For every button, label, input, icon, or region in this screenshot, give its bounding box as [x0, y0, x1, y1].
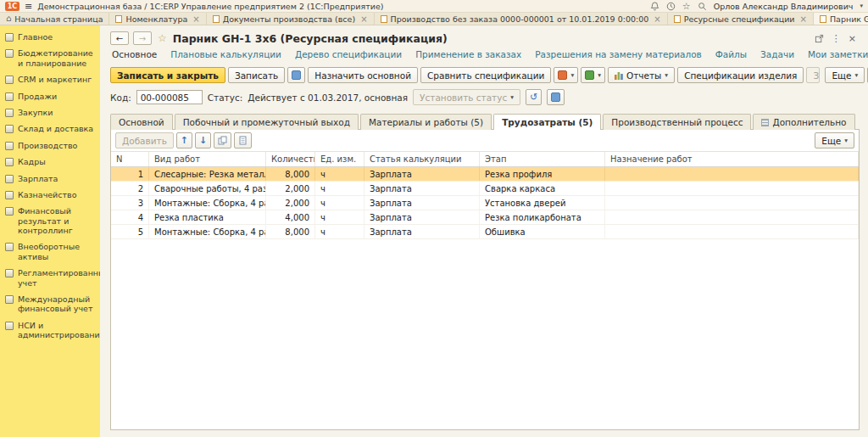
- sidebar-item[interactable]: Продажи: [0, 88, 100, 104]
- cell-n[interactable]: 3: [111, 196, 149, 210]
- reports-button[interactable]: Отчеты▾: [608, 67, 675, 83]
- nav-link[interactable]: Применение в заказах: [415, 49, 521, 59]
- cell-qty[interactable]: 2,000: [266, 182, 315, 195]
- cell-work[interactable]: Резка пластика: [149, 210, 266, 224]
- sidebar-item[interactable]: Внеоборотные активы: [0, 238, 100, 265]
- cell-stage[interactable]: Обшивка: [480, 225, 605, 238]
- table-row[interactable]: 2Сварочные работы, 4 разряд2,000чЗарплат…: [111, 182, 859, 196]
- cell-n[interactable]: 2: [111, 182, 149, 195]
- sidebar-item[interactable]: Зарплата: [0, 171, 100, 187]
- sidebar-item[interactable]: Регламентированный учет: [0, 265, 100, 291]
- cell-purpose[interactable]: [605, 182, 859, 195]
- cell-n[interactable]: 1: [111, 167, 149, 181]
- sidebar-item[interactable]: НСИ и администрирование: [0, 317, 100, 344]
- sidebar-item[interactable]: Производство: [0, 137, 100, 154]
- close-form-icon[interactable]: ×: [849, 34, 856, 43]
- move-down-button[interactable]: ↓: [195, 132, 211, 148]
- cell-purpose[interactable]: [605, 196, 859, 210]
- favorites-star-icon[interactable]: ☆: [682, 2, 691, 11]
- table-row[interactable]: 4Резка пластика4,000чЗарплатаРезка полик…: [111, 210, 859, 225]
- cell-work[interactable]: Сварочные работы, 4 разряд: [149, 182, 266, 195]
- more-button[interactable]: Еще▾: [825, 67, 865, 83]
- cell-qty[interactable]: 8,000: [266, 225, 315, 238]
- cell-stage[interactable]: Установка дверей: [480, 196, 605, 210]
- cell-work[interactable]: Монтажные: Сборка, 4 разряд: [149, 196, 266, 210]
- window-tab[interactable]: Производство без заказа 0000-000001 от 1…: [375, 13, 668, 25]
- table-row[interactable]: 3Монтажные: Сборка, 4 разряд2,000чЗарпла…: [111, 196, 859, 210]
- cell-purpose[interactable]: [605, 167, 859, 181]
- cell-article[interactable]: Зарплата: [364, 167, 480, 181]
- tab-close-icon[interactable]: ×: [192, 14, 199, 24]
- sidebar-item[interactable]: Склад и доставка: [0, 120, 100, 137]
- nav-link[interactable]: Задачи: [760, 49, 794, 59]
- notifications-bell-icon[interactable]: [650, 2, 659, 11]
- favorite-star-icon[interactable]: ☆: [158, 33, 167, 43]
- detail-tab[interactable]: Основной: [110, 114, 173, 130]
- grid-more-button[interactable]: Еще▾: [815, 132, 854, 148]
- cell-purpose[interactable]: [605, 210, 859, 224]
- column-header[interactable]: Ед. изм.: [315, 152, 364, 166]
- cell-unit[interactable]: ч: [315, 182, 364, 195]
- assign-main-button[interactable]: Назначить основной: [308, 67, 418, 83]
- cell-stage[interactable]: Резка профиля: [480, 167, 605, 181]
- back-button[interactable]: ←: [110, 31, 129, 45]
- nav-link[interactable]: Файлы: [715, 49, 747, 59]
- detail-tab[interactable]: Материалы и работы (5): [360, 114, 492, 130]
- cell-qty[interactable]: 8,000: [266, 167, 315, 181]
- table-row[interactable]: 1Слесарные: Резка металла, 4 раз...8,000…: [111, 167, 859, 182]
- column-header[interactable]: Этап: [480, 152, 605, 166]
- cell-n[interactable]: 4: [111, 210, 149, 224]
- sidebar-item[interactable]: Международный финансовый учет: [0, 291, 100, 317]
- column-header[interactable]: Вид работ: [149, 152, 266, 166]
- status-doc-button[interactable]: [547, 89, 565, 105]
- cell-work[interactable]: Слесарные: Резка металла, 4 раз...: [149, 167, 266, 181]
- sidebar-item[interactable]: Закупки: [0, 104, 100, 120]
- cell-n[interactable]: 5: [111, 225, 149, 238]
- copy-row-button[interactable]: [214, 132, 231, 148]
- nav-link[interactable]: Основное: [112, 49, 157, 59]
- tab-close-icon[interactable]: ×: [360, 14, 367, 24]
- print-menu-button[interactable]: ▾: [554, 67, 578, 83]
- column-header[interactable]: Статья калькуляции: [364, 152, 480, 166]
- open-link-icon[interactable]: [815, 34, 824, 43]
- cell-article[interactable]: Зарплата: [364, 210, 480, 224]
- code-input[interactable]: 00-000085: [136, 90, 203, 104]
- cell-stage[interactable]: Сварка каркаса: [480, 182, 605, 195]
- detail-tab[interactable]: Дополнительно: [753, 114, 854, 130]
- cell-unit[interactable]: ч: [315, 196, 364, 210]
- table-row[interactable]: 5Монтажные: Сборка, 4 разряд8,000чЗарпла…: [111, 225, 859, 239]
- cell-unit[interactable]: ч: [315, 210, 364, 224]
- nav-link[interactable]: Дерево спецификации: [295, 49, 402, 59]
- main-menu-icon[interactable]: ≡: [25, 2, 32, 11]
- sidebar-item[interactable]: Финансовый результат и контроллинг: [0, 203, 100, 238]
- cell-article[interactable]: Зарплата: [364, 196, 480, 210]
- cell-work[interactable]: Монтажные: Сборка, 4 разряд: [149, 225, 266, 238]
- cell-article[interactable]: Зарплата: [364, 182, 480, 195]
- sidebar-item[interactable]: Казначейство: [0, 187, 100, 203]
- window-tab[interactable]: ⌂Начальная страница: [0, 13, 109, 25]
- window-tab[interactable]: Ресурсные спецификации×: [668, 13, 814, 25]
- chevron-down-icon[interactable]: ▾: [860, 3, 863, 9]
- window-tab[interactable]: Документы производства (все)×: [207, 13, 375, 25]
- cell-unit[interactable]: ч: [315, 225, 364, 238]
- detail-tab[interactable]: Трудозатраты (5): [493, 114, 601, 130]
- current-user[interactable]: Орлов Александр Владимирович: [714, 2, 854, 11]
- nav-link[interactable]: Мои заметки: [808, 49, 868, 59]
- detail-tab[interactable]: Побочный и промежуточный выход: [175, 114, 359, 130]
- sidebar-item[interactable]: Бюджетирование и планирование: [0, 45, 100, 71]
- status-history-button[interactable]: ↺: [526, 89, 542, 105]
- reread-button[interactable]: [287, 67, 305, 83]
- cell-unit[interactable]: ч: [315, 167, 364, 181]
- cell-stage[interactable]: Резка поликарбоната: [480, 210, 605, 224]
- cell-qty[interactable]: 4,000: [266, 210, 315, 224]
- sidebar-item[interactable]: Кадры: [0, 154, 100, 170]
- tab-close-icon[interactable]: ×: [654, 14, 660, 24]
- detail-tab[interactable]: Производственный процесс: [603, 114, 751, 130]
- cell-qty[interactable]: 2,000: [266, 196, 315, 210]
- cell-article[interactable]: Зарплата: [364, 225, 480, 238]
- nav-link[interactable]: Плановые калькуляции: [170, 49, 281, 59]
- nav-link[interactable]: Разрешения на замену материалов: [535, 49, 702, 59]
- history-clock-icon[interactable]: [666, 2, 676, 11]
- window-tab[interactable]: Номенклатура×: [109, 13, 206, 25]
- move-up-button[interactable]: ↑: [176, 132, 192, 148]
